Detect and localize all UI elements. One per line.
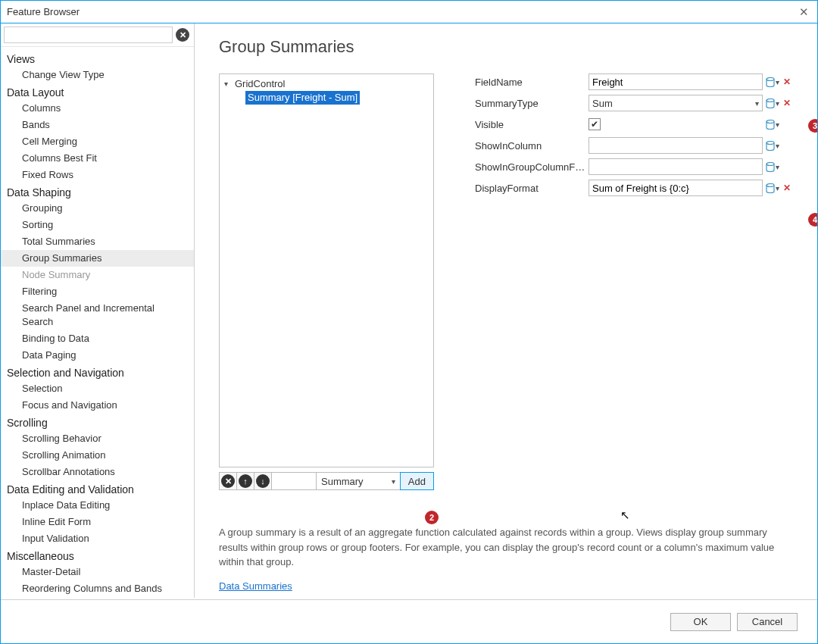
prop-label-showingroupcolumnfooter: ShowInGroupColumnFo... <box>475 161 589 173</box>
tree-item[interactable]: Columns Best Fit <box>1 150 194 167</box>
cancel-button[interactable]: Cancel <box>737 613 798 631</box>
items-toolbar: ✕ ↑ ↓ Summary ▾ Add <box>219 472 434 490</box>
tree-item[interactable]: Group Summaries <box>1 250 194 267</box>
tree-item[interactable]: Reordering Columns and Bands <box>1 580 194 597</box>
move-down-button[interactable]: ↓ <box>254 472 272 490</box>
chevron-down-icon[interactable]: ▾ <box>776 184 779 192</box>
window-title: Feature Browser <box>7 6 796 17</box>
chevron-down-icon[interactable]: ▾ <box>776 142 779 150</box>
sidebar: ✕ ViewsChange View TypeData LayoutColumn… <box>1 23 195 598</box>
clear-icon[interactable]: ✕ <box>783 77 791 87</box>
ok-button[interactable]: OK <box>670 613 731 631</box>
new-item-type-select[interactable]: Summary ▾ <box>316 472 401 490</box>
visible-checkbox[interactable]: ✔ <box>589 118 601 130</box>
search-input[interactable] <box>4 27 173 43</box>
description-text: A group summary is a result of an aggreg… <box>219 525 798 570</box>
fieldname-input[interactable] <box>589 73 763 90</box>
prop-label-displayformat: DisplayFormat <box>475 183 589 194</box>
property-grid: FieldName ▾ ✕ SummaryType Sum ▾ <box>475 73 798 490</box>
tree-category: Views <box>1 50 194 67</box>
clear-icon[interactable]: ✕ <box>783 98 791 108</box>
tree-item[interactable]: Binding to Data <box>1 330 194 347</box>
tree-item[interactable]: Inplace Data Editing <box>1 497 194 514</box>
prop-label-fieldname: FieldName <box>475 77 589 88</box>
tree-category: Data Editing and Validation <box>1 480 194 497</box>
chevron-down-icon: ▾ <box>392 477 395 486</box>
close-icon[interactable]: ✕ <box>796 5 811 20</box>
tree-category: Miscellaneous <box>1 547 194 564</box>
clear-search-icon[interactable]: ✕ <box>176 28 189 42</box>
tree-item[interactable]: Input Validation <box>1 530 194 547</box>
prop-label-visible: Visible <box>475 119 589 130</box>
tree-item[interactable]: Selection <box>1 380 194 397</box>
database-icon[interactable] <box>766 141 775 151</box>
showincolumn-input[interactable] <box>589 137 763 154</box>
displayformat-input[interactable] <box>589 180 763 196</box>
tree-item[interactable]: Change View Type <box>1 67 194 83</box>
tree-category: Scrolling <box>1 414 194 430</box>
tree-item[interactable]: Total Summaries <box>1 233 194 250</box>
tree-node-root: ▾ GridControl <box>224 77 429 91</box>
chevron-down-icon: ▾ <box>755 99 759 108</box>
chevron-down-icon[interactable]: ▾ <box>776 78 779 86</box>
tree-item[interactable]: Data Paging <box>1 347 194 364</box>
toolbar-spacer <box>271 472 317 490</box>
tree-item[interactable]: Filtering <box>1 283 194 300</box>
database-icon[interactable] <box>766 162 775 172</box>
database-icon[interactable] <box>766 120 775 130</box>
move-up-button[interactable]: ↑ <box>236 472 254 490</box>
callout-4: 4 <box>808 213 817 227</box>
tree-item[interactable]: Bands <box>1 117 194 133</box>
callout-2: 2 <box>425 511 439 524</box>
tree-item[interactable]: Columns <box>1 100 194 117</box>
clear-icon[interactable]: ✕ <box>783 183 791 193</box>
dropdown-value: Summary <box>321 476 364 487</box>
database-icon[interactable] <box>766 183 775 193</box>
chevron-down-icon[interactable]: ▾ <box>776 120 779 129</box>
tree-root-label[interactable]: GridControl <box>235 77 285 91</box>
titlebar: Feature Browser ✕ <box>1 1 817 23</box>
arrow-down-icon: ↓ <box>256 474 270 488</box>
arrow-up-icon: ↑ <box>239 474 252 488</box>
chevron-down-icon[interactable]: ▾ <box>776 99 779 108</box>
callout-3: 3 <box>808 119 817 133</box>
tree-item[interactable]: Sorting <box>1 217 194 233</box>
dialog-footer: OK Cancel <box>1 599 817 643</box>
feature-tree[interactable]: ViewsChange View TypeData LayoutColumnsB… <box>1 47 194 598</box>
tree-item[interactable]: Fixed Rows <box>1 167 194 183</box>
items-tree[interactable]: ▾ GridControl Summary [Freight - Sum] <box>219 73 434 467</box>
tree-item[interactable]: Inline Edit Form <box>1 514 194 530</box>
page-title: Group Summaries <box>219 37 798 57</box>
close-circle-icon: ✕ <box>221 474 235 488</box>
tree-node-child: Summary [Freight - Sum] <box>245 91 429 105</box>
prop-label-summarytype: SummaryType <box>475 98 589 109</box>
tree-child-label[interactable]: Summary [Freight - Sum] <box>245 91 360 105</box>
data-summaries-link[interactable]: Data Summaries <box>219 580 292 592</box>
content-area: Group Summaries ▾ GridControl Summary [F… <box>195 23 817 598</box>
tree-item[interactable]: Master-Detail <box>1 564 194 580</box>
prop-label-showincolumn: ShowInColumn <box>475 140 589 152</box>
showingroupcolumnfooter-input[interactable] <box>589 158 763 175</box>
tree-item[interactable]: Cell Merging <box>1 133 194 150</box>
add-button[interactable]: Add <box>400 472 434 490</box>
tree-item[interactable]: Scrolling Behavior <box>1 430 194 447</box>
tree-item[interactable]: Search Panel and Incremental Search <box>1 300 194 330</box>
database-icon[interactable] <box>766 98 775 108</box>
cursor-icon: ↖ <box>620 508 630 522</box>
tree-category: Selection and Navigation <box>1 364 194 380</box>
tree-category: Data Layout <box>1 83 194 100</box>
chevron-down-icon[interactable]: ▾ <box>776 163 779 171</box>
tree-item[interactable]: Scrolling Animation <box>1 447 194 464</box>
tree-item[interactable]: Focus and Navigation <box>1 397 194 414</box>
summarytype-select[interactable]: Sum ▾ <box>589 95 763 111</box>
database-icon[interactable] <box>766 77 775 87</box>
chevron-down-icon[interactable]: ▾ <box>224 77 232 91</box>
tree-item[interactable]: Scrollbar Annotations <box>1 464 194 480</box>
tree-item[interactable]: Grouping <box>1 200 194 217</box>
tree-item[interactable]: Node Summary <box>1 267 194 283</box>
remove-item-button[interactable]: ✕ <box>219 472 237 490</box>
tree-category: Data Shaping <box>1 183 194 200</box>
